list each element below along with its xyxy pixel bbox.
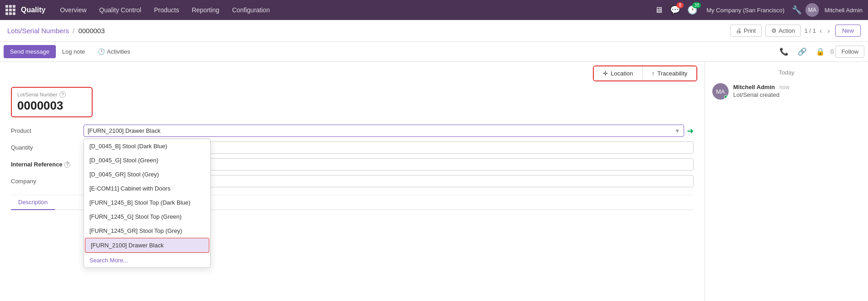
product-value: [FURN_2100] Drawer Black xyxy=(88,127,160,134)
product-dropdown: [D_0045_B] Stool (Dark Blue) [D_0045_G] … xyxy=(84,139,211,268)
clock-icon[interactable]: 🕐 38 xyxy=(686,3,699,17)
loc-toolbar: ✛ Location ↑ Traceability xyxy=(0,62,705,81)
top-nav: Quality Overview Quality Control Product… xyxy=(0,0,868,20)
chatter-message: Lot/Serial created xyxy=(733,91,789,98)
today-label: Today xyxy=(712,69,861,76)
sub-header: Lots/Serial Numbers / 0000003 🖨 Print ⚙ … xyxy=(0,20,868,42)
lot-help-icon[interactable]: ? xyxy=(59,91,66,98)
chatter-name-row: Mitchell Admin now xyxy=(733,83,789,90)
next-page-button[interactable]: › xyxy=(826,26,832,36)
page-nav: 1 / 1 ‹ › xyxy=(804,26,832,36)
online-indicator xyxy=(724,95,728,99)
nav-quality-control[interactable]: Quality Control xyxy=(94,4,147,16)
chatter-time: now xyxy=(779,84,789,90)
tab-description[interactable]: Description xyxy=(11,195,55,210)
dropdown-arrow-icon: ▼ xyxy=(675,128,680,134)
loc-toolbar-inner: ✛ Location ↑ Traceability xyxy=(593,65,697,81)
main-layout: ✛ Location ↑ Traceability Lot/Serial Num… xyxy=(0,62,868,301)
user-name: Mitchell Admin xyxy=(824,7,863,14)
dropdown-item-0[interactable]: [D_0045_B] Stool (Dark Blue) xyxy=(84,139,210,153)
product-field-row: Product [FURN_2100] Drawer Black ▼ ➜ [D_… xyxy=(11,125,694,137)
nav-products[interactable]: Products xyxy=(148,4,184,16)
traceability-button[interactable]: ↑ Traceability xyxy=(643,66,696,80)
nav-overview[interactable]: Overview xyxy=(54,4,92,16)
product-select[interactable]: [FURN_2100] Drawer Black ▼ xyxy=(84,125,684,137)
action-bar: Send message Log note 🕐 Activities 📞 🔗 🔒… xyxy=(0,42,868,62)
nav-icons: 🖥 💬 8 🕐 38 My Company (San Francisco) 🔧 … xyxy=(653,3,863,17)
sub-header-actions: 🖨 Print ⚙ Action 1 / 1 ‹ › New xyxy=(730,25,861,37)
form-body: Lot/Serial Number ? 0000003 Product [FUR… xyxy=(0,81,705,221)
chatter-entry: MA Mitchell Admin now Lot/Serial created xyxy=(712,83,861,100)
message-badge: 8 xyxy=(676,2,684,8)
product-field-container: [FURN_2100] Drawer Black ▼ ➜ [D_0045_B] … xyxy=(84,125,694,137)
internal-ref-help-icon[interactable]: ? xyxy=(64,161,70,168)
log-note-button[interactable]: Log note xyxy=(56,45,92,58)
print-button[interactable]: 🖨 Print xyxy=(730,25,762,37)
phone-icon[interactable]: 📞 xyxy=(776,45,792,59)
dropdown-item-2[interactable]: [D_0045_GR] Stool (Grey) xyxy=(84,167,210,181)
dropdown-item-5[interactable]: [FURN_1245_G] Stool Top (Green) xyxy=(84,210,210,224)
external-link-icon[interactable]: ➜ xyxy=(687,126,694,136)
settings-icon[interactable]: 🔧 xyxy=(792,5,802,15)
dropdown-item-3[interactable]: [E-COM11] Cabinet with Doors xyxy=(84,181,210,196)
product-label: Product xyxy=(11,127,84,134)
dropdown-item-6[interactable]: [FURN_1245_GR] Stool Top (Grey) xyxy=(84,224,210,238)
location-cross-icon: ✛ xyxy=(603,70,608,77)
traceability-arrow-icon: ↑ xyxy=(652,70,655,77)
dropdown-item-7[interactable]: [FURN_2100] Drawer Black xyxy=(85,238,209,253)
chatter-avatar: MA xyxy=(712,83,729,100)
dropdown-item-4[interactable]: [FURN_1245_B] Stool Top (Dark Blue) xyxy=(84,196,210,210)
new-button[interactable]: New xyxy=(835,25,861,37)
lock-icon[interactable]: 🔒 xyxy=(812,45,829,59)
prev-page-button[interactable]: ‹ xyxy=(818,26,824,36)
breadcrumb-parent[interactable]: Lots/Serial Numbers xyxy=(7,27,69,35)
nav-configuration[interactable]: Configuration xyxy=(227,4,275,16)
messages-icon[interactable]: 💬 8 xyxy=(668,3,682,17)
breadcrumb-current: 0000003 xyxy=(78,27,104,35)
search-more-button[interactable]: Search More... xyxy=(84,253,210,267)
avatar[interactable]: MA xyxy=(805,3,819,17)
app-name[interactable]: Quality xyxy=(21,6,45,14)
form-area: ✛ Location ↑ Traceability Lot/Serial Num… xyxy=(0,62,705,301)
chatter-user: Mitchell Admin xyxy=(733,84,775,90)
company-label: Company xyxy=(11,178,84,185)
link-icon[interactable]: 🔗 xyxy=(794,45,810,59)
internal-ref-label: Internal Reference ? xyxy=(11,161,84,168)
company-label: My Company (San Francisco) xyxy=(706,7,784,14)
action-bar-right: 📞 🔗 🔒 0 Follow xyxy=(776,45,864,59)
follow-button[interactable]: Follow xyxy=(835,45,864,58)
page-info: 1 / 1 xyxy=(804,27,816,34)
action-button[interactable]: ⚙ Action xyxy=(765,25,801,37)
activities-button[interactable]: 🕐 Activities xyxy=(91,45,136,58)
app-grid-icon[interactable] xyxy=(5,5,15,15)
clock-small-icon: 🕐 xyxy=(98,48,105,55)
attachments-count: 0 xyxy=(830,48,833,55)
lot-number-label: Lot/Serial Number ? xyxy=(17,91,86,98)
lot-serial-number-box: Lot/Serial Number ? 0000003 xyxy=(11,87,93,117)
location-button[interactable]: ✛ Location xyxy=(594,66,642,80)
support-icon[interactable]: 🖥 xyxy=(653,4,665,17)
right-panel: Today MA Mitchell Admin now Lot/Serial c… xyxy=(705,62,868,301)
breadcrumb: Lots/Serial Numbers / 0000003 xyxy=(7,27,105,35)
send-message-button[interactable]: Send message xyxy=(4,45,56,58)
lot-number-value: 0000003 xyxy=(17,99,86,113)
dropdown-item-1[interactable]: [D_0045_G] Stool (Green) xyxy=(84,153,210,167)
breadcrumb-separator: / xyxy=(73,27,74,35)
clock-badge: 38 xyxy=(692,2,701,8)
nav-reporting[interactable]: Reporting xyxy=(186,4,225,16)
quantity-label: Quantity xyxy=(11,144,84,151)
chatter-content: Mitchell Admin now Lot/Serial created xyxy=(733,83,789,100)
